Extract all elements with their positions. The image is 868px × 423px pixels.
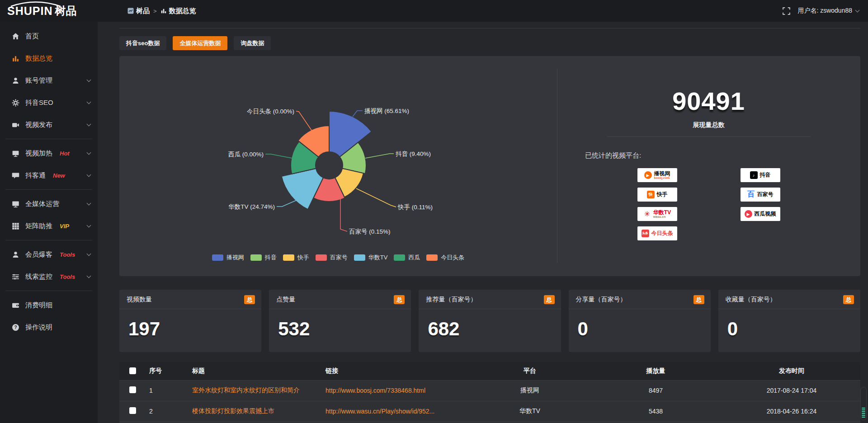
pie-label-line-douyin bbox=[365, 154, 394, 158]
sidebar-item-label: 矩阵助推 bbox=[25, 222, 52, 230]
cell-title[interactable]: 室外水纹灯和室内水纹灯的区别和简介 bbox=[189, 380, 322, 401]
sidebar-item-consumption-detail[interactable]: 消费明细 bbox=[0, 295, 98, 315]
platform-name: 西瓜视频 bbox=[755, 211, 776, 217]
stat-card-share-count: 分享量（百家号）总0 bbox=[569, 290, 711, 352]
table-row: 1室外水纹灯和室内水纹灯的区别和简介http://www.boosj.com/7… bbox=[119, 380, 860, 401]
sidebar-item-video-publish[interactable]: 视频发布 bbox=[0, 114, 98, 135]
legend-label: 快手 bbox=[297, 254, 309, 262]
scroll-widget[interactable] bbox=[860, 387, 867, 420]
total-display-label: 展现量总数 bbox=[693, 121, 725, 129]
sidebar-item-label: 全媒体运营 bbox=[25, 200, 59, 208]
content-divider bbox=[119, 28, 860, 28]
total-badge: 总 bbox=[693, 295, 704, 304]
platform-grid: ▶播视网boosj.com快快手✳华数TVwasu.cn头条今日头条♪抖音百百家… bbox=[637, 168, 780, 240]
cell-link[interactable]: http://www.boosj.com/7338468.html bbox=[322, 380, 471, 401]
summary-panel: 90491 展现量总数 已统计的视频平台: ▶播视网boosj.com快快手✳华… bbox=[557, 56, 860, 276]
fullscreen-icon[interactable] bbox=[783, 7, 790, 15]
pie-label-line-kuaishou bbox=[356, 188, 396, 207]
sidebar-item-douketong[interactable]: 抖客通New bbox=[0, 165, 98, 186]
platform-column-1: ♪抖音百百家号▶西瓜视频 bbox=[741, 168, 780, 240]
sidebar-divider bbox=[5, 240, 92, 240]
stat-card-title: 分享量（百家号） bbox=[576, 296, 627, 304]
screen-icon bbox=[12, 150, 19, 157]
platform-badge-toutiao: 头条今日头条 bbox=[637, 226, 677, 240]
platform-logo-xigua-icon: ▶ bbox=[745, 210, 752, 218]
stat-card-value: 0 bbox=[569, 309, 711, 340]
sidebar-item-label: 线索监控 bbox=[25, 273, 52, 281]
user-icon bbox=[12, 77, 19, 85]
topbar: SHUPIN 树品 树品 > 数据总览 用户名: zswodun88 bbox=[0, 0, 868, 22]
breadcrumb-root[interactable]: 树品 bbox=[127, 7, 150, 15]
trend-square-icon bbox=[127, 8, 134, 14]
legend-item-wasu[interactable]: 华数TV bbox=[354, 254, 388, 262]
sidebar-item-lead-monitor[interactable]: 线索监控Tools bbox=[0, 266, 98, 287]
pie-label-wasu: 华数TV (24.74%) bbox=[228, 203, 275, 210]
pie-slice-wasu[interactable] bbox=[282, 169, 323, 210]
sidebar-item-data-overview[interactable]: 数据总览 bbox=[0, 48, 98, 69]
tab-media-operation-data[interactable]: 全媒体运营数据 bbox=[173, 36, 227, 50]
sidebar-item-tag: Hot bbox=[60, 150, 70, 157]
column-header: 链接 bbox=[322, 362, 471, 380]
chevron-down-icon bbox=[87, 78, 91, 82]
tab-douyin-seo-data[interactable]: 抖音seo数据 bbox=[119, 36, 166, 50]
rose-pie-chart: 播视网 (65.61%)抖音 (9.40%)快手 (0.11%)百家号 (0.1… bbox=[119, 56, 557, 276]
legend-item-kuaishou[interactable]: 快手 bbox=[283, 254, 309, 262]
legend-item-boosj[interactable]: 播视网 bbox=[212, 254, 244, 262]
platform-badge-kuaishou: 快快手 bbox=[637, 188, 677, 202]
platform-column-0: ▶播视网boosj.com快快手✳华数TVwasu.cn头条今日头条 bbox=[637, 168, 677, 240]
platforms-label: 已统计的视频平台: bbox=[585, 151, 641, 160]
legend-item-toutiao[interactable]: 今日头条 bbox=[426, 254, 464, 262]
grid-icon bbox=[12, 222, 19, 230]
table-header-row: 序号标题链接平台播放量发布时间 bbox=[119, 362, 860, 380]
column-header: 播放量 bbox=[589, 362, 723, 380]
sidebar-item-operation-guide[interactable]: ?操作说明 bbox=[0, 317, 98, 338]
legend-swatch bbox=[250, 254, 262, 261]
pie-label-line-boosj bbox=[353, 111, 363, 117]
stat-card-like-count: 点赞量总532 bbox=[269, 290, 411, 352]
main-content: 抖音seo数据全媒体运营数据询盘数据 播视网 (65.61%)抖音 (9.40%… bbox=[98, 22, 868, 423]
sidebar-item-label: 抖客通 bbox=[25, 171, 46, 180]
column-header: 序号 bbox=[146, 362, 189, 380]
legend-item-douyin[interactable]: 抖音 bbox=[250, 254, 277, 262]
cell-no: 2 bbox=[146, 401, 189, 422]
sidebar-item-account-management[interactable]: 账号管理 bbox=[0, 70, 98, 91]
legend-item-baijiahao[interactable]: 百家号 bbox=[316, 254, 348, 262]
sidebar-item-member-burst[interactable]: 会员爆客Tools bbox=[0, 244, 98, 265]
data-tabs: 抖音seo数据全媒体运营数据询盘数据 bbox=[119, 36, 860, 50]
chevron-down-icon bbox=[87, 150, 91, 155]
legend-item-xigua[interactable]: 西瓜 bbox=[394, 254, 420, 262]
cell-link[interactable]: http://www.wasu.cn/Play/show/id/952... bbox=[322, 401, 471, 422]
bar-chart-icon bbox=[12, 55, 19, 62]
sidebar-item-video-heat[interactable]: 视频加热Hot bbox=[0, 143, 98, 164]
stat-card-title: 点赞量 bbox=[276, 296, 295, 304]
cell-platform: 播视网 bbox=[471, 380, 589, 401]
sidebar-divider bbox=[5, 291, 92, 291]
user-menu[interactable]: 用户名: zswodun88 bbox=[797, 7, 859, 15]
sidebar-item-matrix-boost[interactable]: 矩阵助推VIP bbox=[0, 216, 98, 236]
app-logo[interactable]: SHUPIN 树品 bbox=[0, 0, 98, 22]
cell-time: 2017-08-24 17:04 bbox=[723, 380, 860, 401]
summary-divider bbox=[607, 136, 811, 137]
pie-label-douyin: 抖音 (9.40%) bbox=[396, 150, 431, 157]
legend-label: 今日头条 bbox=[441, 254, 464, 262]
platform-name: 今日头条 bbox=[651, 230, 673, 236]
chart-panel: 播视网 (65.61%)抖音 (9.40%)快手 (0.11%)百家号 (0.1… bbox=[119, 56, 860, 276]
pie-label-line-toutiao bbox=[296, 111, 313, 133]
pie-svg: 播视网 (65.61%)抖音 (9.40%)快手 (0.11%)百家号 (0.1… bbox=[119, 56, 557, 276]
chevron-down-icon bbox=[87, 173, 91, 177]
sidebar-item-label: 账号管理 bbox=[25, 76, 52, 85]
sidebar-item-media-operation[interactable]: 全媒体运营 bbox=[0, 193, 98, 214]
cell-title[interactable]: 楼体投影灯投影效果震撼上市 bbox=[189, 401, 322, 422]
platform-badge-douyin: ♪抖音 bbox=[741, 168, 780, 182]
platform-logo-baijiahao-icon: 百 bbox=[747, 191, 755, 198]
sidebar-divider bbox=[5, 189, 92, 190]
row-checkbox[interactable] bbox=[129, 407, 136, 414]
chevron-down-icon bbox=[87, 201, 91, 206]
sidebar-item-home[interactable]: 首页 bbox=[0, 26, 98, 47]
tab-inquiry-data[interactable]: 询盘数据 bbox=[234, 36, 271, 50]
breadcrumb-current[interactable]: 数据总览 bbox=[160, 7, 196, 15]
sidebar-item-douyin-seo[interactable]: 抖音SEO bbox=[0, 92, 98, 113]
row-checkbox[interactable] bbox=[129, 386, 136, 393]
sidebar-item-label: 会员爆客 bbox=[25, 250, 52, 259]
select-all-checkbox[interactable] bbox=[129, 367, 136, 374]
